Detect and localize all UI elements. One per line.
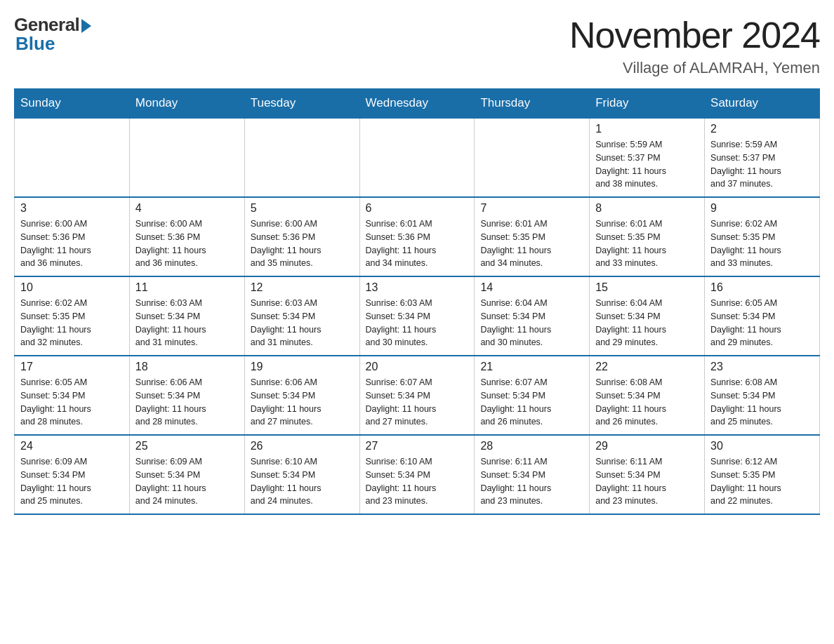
day-number: 1 bbox=[595, 123, 699, 135]
location-title: Village of ALAMRAH, Yemen bbox=[569, 59, 820, 77]
weekday-header-sunday: Sunday bbox=[15, 89, 130, 119]
calendar-cell: 14Sunrise: 6:04 AMSunset: 5:34 PMDayligh… bbox=[475, 276, 590, 356]
day-number: 8 bbox=[595, 202, 699, 215]
calendar-week-4: 17Sunrise: 6:05 AMSunset: 5:34 PMDayligh… bbox=[15, 356, 820, 435]
calendar-cell: 8Sunrise: 6:01 AMSunset: 5:35 PMDaylight… bbox=[590, 197, 705, 276]
calendar-header-row: SundayMondayTuesdayWednesdayThursdayFrid… bbox=[15, 89, 820, 119]
calendar-cell: 18Sunrise: 6:06 AMSunset: 5:34 PMDayligh… bbox=[129, 356, 244, 435]
day-number: 7 bbox=[480, 202, 583, 215]
calendar-cell: 3Sunrise: 6:00 AMSunset: 5:36 PMDaylight… bbox=[15, 197, 130, 276]
calendar-cell: 16Sunrise: 6:05 AMSunset: 5:34 PMDayligh… bbox=[705, 276, 820, 356]
day-number: 20 bbox=[366, 361, 469, 373]
day-number: 10 bbox=[20, 281, 124, 294]
calendar-week-5: 24Sunrise: 6:09 AMSunset: 5:34 PMDayligh… bbox=[15, 435, 820, 514]
calendar-cell: 29Sunrise: 6:11 AMSunset: 5:34 PMDayligh… bbox=[590, 435, 705, 514]
day-number: 22 bbox=[595, 361, 699, 373]
day-number: 23 bbox=[710, 361, 814, 373]
day-number: 17 bbox=[20, 361, 124, 373]
day-info: Sunrise: 6:09 AMSunset: 5:34 PMDaylight:… bbox=[20, 455, 124, 508]
calendar-cell: 30Sunrise: 6:12 AMSunset: 5:35 PMDayligh… bbox=[705, 435, 820, 514]
calendar-cell bbox=[129, 118, 244, 197]
weekday-header-wednesday: Wednesday bbox=[359, 89, 475, 119]
calendar-cell: 1Sunrise: 5:59 AMSunset: 5:37 PMDaylight… bbox=[590, 118, 705, 197]
weekday-header-thursday: Thursday bbox=[475, 89, 590, 119]
page-header: General Blue November 2024 Village of AL… bbox=[14, 14, 820, 77]
calendar-cell: 20Sunrise: 6:07 AMSunset: 5:34 PMDayligh… bbox=[359, 356, 475, 435]
day-info: Sunrise: 6:08 AMSunset: 5:34 PMDaylight:… bbox=[595, 376, 699, 429]
weekday-header-friday: Friday bbox=[590, 89, 705, 119]
day-number: 30 bbox=[710, 440, 814, 452]
day-info: Sunrise: 6:04 AMSunset: 5:34 PMDaylight:… bbox=[595, 297, 699, 349]
day-number: 12 bbox=[251, 281, 354, 294]
day-info: Sunrise: 6:06 AMSunset: 5:34 PMDaylight:… bbox=[135, 376, 239, 429]
day-info: Sunrise: 6:03 AMSunset: 5:34 PMDaylight:… bbox=[251, 297, 354, 349]
day-info: Sunrise: 6:05 AMSunset: 5:34 PMDaylight:… bbox=[20, 376, 124, 429]
day-info: Sunrise: 6:03 AMSunset: 5:34 PMDaylight:… bbox=[135, 297, 239, 349]
calendar-cell bbox=[15, 118, 130, 197]
day-info: Sunrise: 6:00 AMSunset: 5:36 PMDaylight:… bbox=[20, 217, 124, 270]
day-info: Sunrise: 6:12 AMSunset: 5:35 PMDaylight:… bbox=[710, 455, 814, 508]
calendar-cell bbox=[475, 118, 590, 197]
calendar-cell: 28Sunrise: 6:11 AMSunset: 5:34 PMDayligh… bbox=[475, 435, 590, 514]
title-block: November 2024 Village of ALAMRAH, Yemen bbox=[569, 14, 820, 77]
day-number: 15 bbox=[595, 281, 699, 294]
day-info: Sunrise: 6:01 AMSunset: 5:35 PMDaylight:… bbox=[595, 217, 699, 270]
day-number: 27 bbox=[366, 440, 469, 452]
day-info: Sunrise: 6:03 AMSunset: 5:34 PMDaylight:… bbox=[366, 297, 469, 349]
day-number: 26 bbox=[251, 440, 354, 452]
day-number: 3 bbox=[20, 202, 124, 215]
calendar-cell: 21Sunrise: 6:07 AMSunset: 5:34 PMDayligh… bbox=[475, 356, 590, 435]
day-number: 9 bbox=[710, 202, 814, 215]
day-number: 16 bbox=[710, 281, 814, 294]
day-number: 24 bbox=[20, 440, 124, 452]
calendar-cell: 15Sunrise: 6:04 AMSunset: 5:34 PMDayligh… bbox=[590, 276, 705, 356]
calendar-cell: 19Sunrise: 6:06 AMSunset: 5:34 PMDayligh… bbox=[244, 356, 359, 435]
day-number: 28 bbox=[480, 440, 583, 452]
calendar-cell bbox=[244, 118, 359, 197]
day-number: 6 bbox=[366, 202, 469, 215]
calendar-cell: 4Sunrise: 6:00 AMSunset: 5:36 PMDaylight… bbox=[129, 197, 244, 276]
calendar-cell: 23Sunrise: 6:08 AMSunset: 5:34 PMDayligh… bbox=[705, 356, 820, 435]
calendar-week-1: 1Sunrise: 5:59 AMSunset: 5:37 PMDaylight… bbox=[15, 118, 820, 197]
day-info: Sunrise: 6:00 AMSunset: 5:36 PMDaylight:… bbox=[135, 217, 239, 270]
day-info: Sunrise: 6:08 AMSunset: 5:34 PMDaylight:… bbox=[710, 376, 814, 429]
day-info: Sunrise: 6:10 AMSunset: 5:34 PMDaylight:… bbox=[366, 455, 469, 508]
day-info: Sunrise: 6:06 AMSunset: 5:34 PMDaylight:… bbox=[251, 376, 354, 429]
day-info: Sunrise: 6:07 AMSunset: 5:34 PMDaylight:… bbox=[480, 376, 583, 429]
calendar-cell: 5Sunrise: 6:00 AMSunset: 5:36 PMDaylight… bbox=[244, 197, 359, 276]
day-info: Sunrise: 5:59 AMSunset: 5:37 PMDaylight:… bbox=[595, 138, 699, 191]
day-info: Sunrise: 6:07 AMSunset: 5:34 PMDaylight:… bbox=[366, 376, 469, 429]
calendar-cell: 24Sunrise: 6:09 AMSunset: 5:34 PMDayligh… bbox=[15, 435, 130, 514]
day-info: Sunrise: 6:00 AMSunset: 5:36 PMDaylight:… bbox=[251, 217, 354, 270]
day-info: Sunrise: 6:10 AMSunset: 5:34 PMDaylight:… bbox=[251, 455, 354, 508]
day-info: Sunrise: 6:09 AMSunset: 5:34 PMDaylight:… bbox=[135, 455, 239, 508]
day-info: Sunrise: 6:05 AMSunset: 5:34 PMDaylight:… bbox=[710, 297, 814, 349]
day-number: 4 bbox=[135, 202, 239, 215]
day-number: 2 bbox=[710, 123, 814, 135]
day-number: 29 bbox=[595, 440, 699, 452]
day-number: 11 bbox=[135, 281, 239, 294]
day-number: 13 bbox=[366, 281, 469, 294]
weekday-header-saturday: Saturday bbox=[705, 89, 820, 119]
day-info: Sunrise: 6:01 AMSunset: 5:36 PMDaylight:… bbox=[366, 217, 469, 270]
calendar-cell: 10Sunrise: 6:02 AMSunset: 5:35 PMDayligh… bbox=[15, 276, 130, 356]
calendar-cell: 6Sunrise: 6:01 AMSunset: 5:36 PMDaylight… bbox=[359, 197, 475, 276]
calendar-cell: 27Sunrise: 6:10 AMSunset: 5:34 PMDayligh… bbox=[359, 435, 475, 514]
calendar-week-3: 10Sunrise: 6:02 AMSunset: 5:35 PMDayligh… bbox=[15, 276, 820, 356]
calendar-cell: 7Sunrise: 6:01 AMSunset: 5:35 PMDaylight… bbox=[475, 197, 590, 276]
calendar-cell: 11Sunrise: 6:03 AMSunset: 5:34 PMDayligh… bbox=[129, 276, 244, 356]
month-title: November 2024 bbox=[569, 14, 820, 56]
day-number: 19 bbox=[251, 361, 354, 373]
calendar-cell: 22Sunrise: 6:08 AMSunset: 5:34 PMDayligh… bbox=[590, 356, 705, 435]
weekday-header-monday: Monday bbox=[129, 89, 244, 119]
calendar-cell: 25Sunrise: 6:09 AMSunset: 5:34 PMDayligh… bbox=[129, 435, 244, 514]
day-info: Sunrise: 6:11 AMSunset: 5:34 PMDaylight:… bbox=[595, 455, 699, 508]
calendar-cell: 9Sunrise: 6:02 AMSunset: 5:35 PMDaylight… bbox=[705, 197, 820, 276]
day-info: Sunrise: 6:02 AMSunset: 5:35 PMDaylight:… bbox=[710, 217, 814, 270]
calendar-cell: 26Sunrise: 6:10 AMSunset: 5:34 PMDayligh… bbox=[244, 435, 359, 514]
day-info: Sunrise: 5:59 AMSunset: 5:37 PMDaylight:… bbox=[710, 138, 814, 191]
logo-arrow-icon bbox=[81, 19, 91, 33]
day-number: 21 bbox=[480, 361, 583, 373]
calendar-cell: 12Sunrise: 6:03 AMSunset: 5:34 PMDayligh… bbox=[244, 276, 359, 356]
calendar-week-2: 3Sunrise: 6:00 AMSunset: 5:36 PMDaylight… bbox=[15, 197, 820, 276]
